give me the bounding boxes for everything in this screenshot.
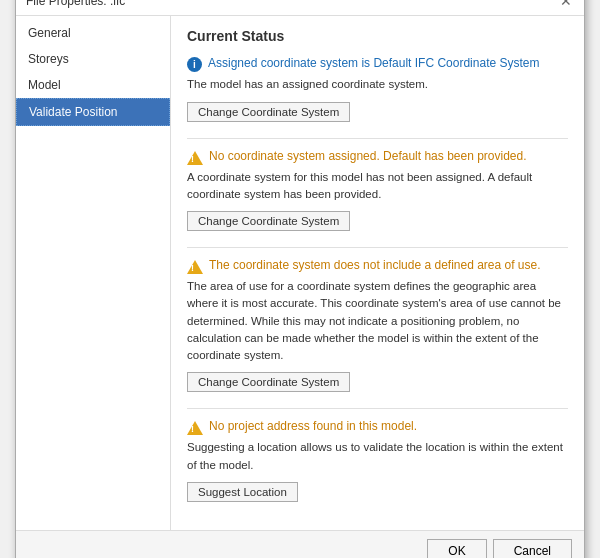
status-block-1: i Assigned coordinate system is Default … [187, 56, 568, 123]
ok-button[interactable]: OK [427, 539, 486, 558]
status-desc-1: The model has an assigned coordinate sys… [187, 76, 568, 93]
divider-3 [187, 408, 568, 409]
status-desc-4: Suggesting a location allows us to valid… [187, 439, 568, 474]
sidebar-item-general[interactable]: General [16, 20, 170, 46]
change-coord-btn-3[interactable]: Change Coordinate System [187, 372, 350, 392]
content-title: Current Status [187, 28, 568, 44]
info-icon: i [187, 57, 202, 72]
sidebar-item-model[interactable]: Model [16, 72, 170, 98]
sidebar-item-validate-position[interactable]: Validate Position [16, 98, 170, 126]
status-desc-3: The area of use for a coordinate system … [187, 278, 568, 364]
warn-icon-4 [187, 421, 203, 435]
status-header-1: i Assigned coordinate system is Default … [187, 56, 568, 72]
status-title-2: No coordinate system assigned. Default h… [209, 149, 527, 163]
status-header-4: No project address found in this model. [187, 419, 568, 435]
cancel-button[interactable]: Cancel [493, 539, 572, 558]
status-desc-2: A coordinate system for this model has n… [187, 169, 568, 204]
main-content: General Storeys Model Validate Position … [16, 16, 584, 530]
sidebar-item-storeys[interactable]: Storeys [16, 46, 170, 72]
status-header-2: No coordinate system assigned. Default h… [187, 149, 568, 165]
file-properties-dialog: File Properties: .ifc ✕ General Storeys … [15, 0, 585, 558]
content-area: Current Status i Assigned coordinate sys… [171, 16, 584, 530]
divider-1 [187, 138, 568, 139]
status-title-4: No project address found in this model. [209, 419, 417, 433]
warn-icon-2 [187, 151, 203, 165]
divider-2 [187, 247, 568, 248]
change-coord-btn-2[interactable]: Change Coordinate System [187, 211, 350, 231]
dialog-title: File Properties: .ifc [26, 0, 125, 8]
close-button[interactable]: ✕ [558, 0, 574, 9]
status-block-2: No coordinate system assigned. Default h… [187, 149, 568, 234]
footer: OK Cancel [16, 530, 584, 558]
status-block-4: No project address found in this model. … [187, 419, 568, 504]
status-block-3: The coordinate system does not include a… [187, 258, 568, 394]
warn-icon-3 [187, 260, 203, 274]
status-title-3: The coordinate system does not include a… [209, 258, 541, 272]
change-coord-btn-1[interactable]: Change Coordinate System [187, 102, 350, 122]
title-bar: File Properties: .ifc ✕ [16, 0, 584, 16]
sidebar: General Storeys Model Validate Position [16, 16, 171, 530]
suggest-location-btn[interactable]: Suggest Location [187, 482, 298, 502]
status-title-1: Assigned coordinate system is Default IF… [208, 56, 539, 70]
status-header-3: The coordinate system does not include a… [187, 258, 568, 274]
